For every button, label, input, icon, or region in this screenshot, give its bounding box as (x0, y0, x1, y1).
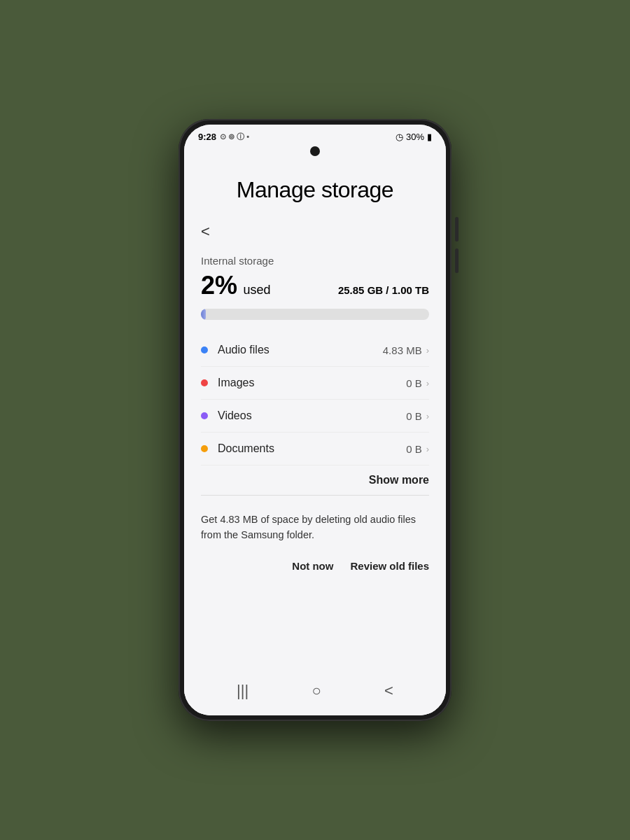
nav-back-button[interactable]: < (373, 679, 405, 703)
suggestion-text: Get 4.83 MB of space by deleting old aud… (201, 512, 429, 543)
file-item[interactable]: Documents 0 B › (201, 433, 429, 465)
status-bar: 9:28 ⊙ ⊚ ⓘ • ◷ 30% ▮ (184, 125, 446, 145)
storage-bar-fill (201, 309, 206, 320)
file-size: 0 B (406, 377, 422, 389)
file-dot (201, 445, 208, 452)
status-time: 9:28 ⊙ ⊚ ⓘ • (198, 132, 249, 142)
file-dot (201, 346, 208, 354)
file-dot (201, 379, 208, 386)
navigation-bar: ||| ○ < (184, 671, 446, 715)
chevron-right-icon: › (426, 411, 429, 421)
storage-total: 25.85 GB / 1.00 TB (338, 284, 429, 296)
file-item[interactable]: Audio files 4.83 MB › (201, 334, 429, 367)
file-item[interactable]: Videos 0 B › (201, 400, 429, 433)
screen-content: Manage storage < Internal storage 2% use… (184, 156, 446, 715)
status-right: ◷ 30% ▮ (396, 132, 432, 142)
suggestion-actions: Not now Review old files (201, 554, 429, 583)
file-name: Documents (218, 442, 406, 455)
show-more-button[interactable]: Show more (369, 474, 429, 486)
camera-notch (184, 145, 446, 156)
not-now-button[interactable]: Not now (292, 554, 333, 578)
phone-frame: 9:28 ⊙ ⊚ ⓘ • ◷ 30% ▮ Manage storage < In… (178, 119, 451, 721)
chevron-right-icon: › (426, 378, 429, 388)
file-name: Videos (218, 410, 406, 422)
storage-percent: 2% (201, 271, 237, 300)
file-item[interactable]: Images 0 B › (201, 367, 429, 400)
front-camera (310, 146, 320, 156)
file-dot (201, 412, 208, 419)
storage-bar (201, 309, 429, 320)
suggestion-card: Get 4.83 MB of space by deleting old aud… (184, 498, 446, 671)
file-name: Audio files (218, 344, 383, 356)
storage-usage-row: 2% used 25.85 GB / 1.00 TB (201, 271, 429, 300)
storage-label: Internal storage (201, 255, 429, 267)
file-size: 0 B (406, 443, 422, 455)
nav-home-button[interactable]: ○ (300, 679, 332, 703)
file-name: Images (218, 377, 406, 389)
battery-icon: ▮ (427, 132, 432, 142)
page-title: Manage storage (184, 156, 446, 217)
battery-indicator: ◷ (396, 132, 403, 142)
volume-button-2[interactable] (455, 248, 458, 273)
show-more-row[interactable]: Show more (184, 465, 446, 492)
nav-menu-button[interactable]: ||| (225, 679, 260, 703)
phone-screen: 9:28 ⊙ ⊚ ⓘ • ◷ 30% ▮ Manage storage < In… (184, 125, 446, 715)
section-divider (201, 495, 429, 496)
storage-used-label: used (243, 283, 270, 297)
chevron-right-icon: › (426, 345, 429, 356)
storage-percent-group: 2% used (201, 271, 271, 300)
file-size: 0 B (406, 410, 422, 422)
status-icons: ⊙ ⊚ ⓘ • (220, 132, 249, 142)
storage-section: Internal storage 2% used 25.85 GB / 1.00… (184, 244, 446, 334)
file-type-list: Audio files 4.83 MB › Images 0 B › Video… (184, 334, 446, 465)
review-old-files-button[interactable]: Review old files (350, 554, 429, 578)
file-size: 4.83 MB (383, 344, 422, 356)
chevron-right-icon: › (426, 444, 429, 454)
volume-button-1[interactable] (455, 217, 458, 241)
back-button[interactable]: < (184, 217, 446, 244)
